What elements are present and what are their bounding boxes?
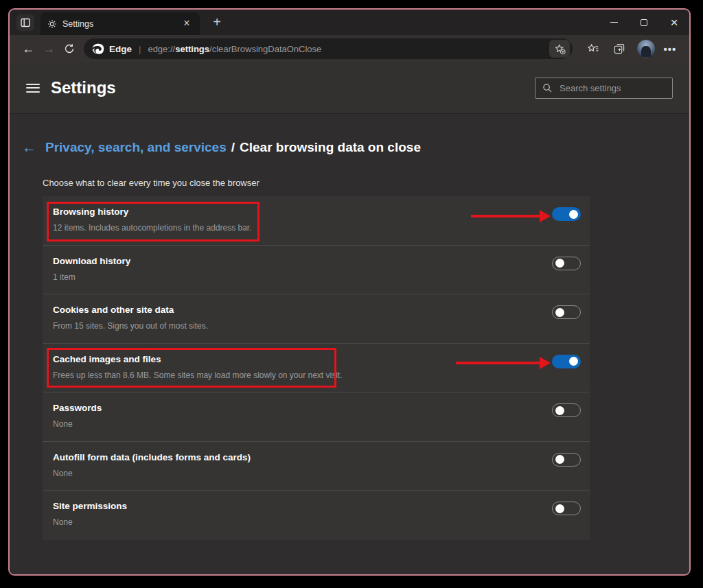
row-description: None bbox=[53, 517, 590, 527]
row-description: None bbox=[53, 419, 590, 429]
browsing-history-toggle[interactable] bbox=[552, 207, 581, 221]
row-cookies: Cookies and other site data From 15 site… bbox=[43, 294, 590, 344]
collections-icon bbox=[613, 43, 625, 55]
toggle-knob bbox=[555, 308, 564, 317]
settings-search-input[interactable] bbox=[560, 83, 662, 93]
favorites-star-icon bbox=[587, 43, 599, 55]
favorites-button[interactable] bbox=[582, 38, 604, 59]
tab-actions-icon bbox=[21, 18, 30, 27]
gear-icon bbox=[47, 19, 57, 29]
row-description: From 15 sites. Signs you out of most sit… bbox=[53, 321, 590, 331]
autofill-toggle[interactable] bbox=[552, 453, 581, 467]
toggle-knob bbox=[569, 210, 578, 219]
row-description: Frees up less than 8.6 MB. Some sites ma… bbox=[53, 371, 590, 380]
row-browsing-history: Browsing history 12 items. Includes auto… bbox=[43, 196, 590, 246]
page-subtitle: Choose what to clear every time you clos… bbox=[43, 178, 260, 188]
tab-title: Settings bbox=[62, 19, 181, 29]
settings-search-box[interactable] bbox=[535, 78, 673, 99]
toggle-knob bbox=[555, 259, 564, 268]
passwords-toggle[interactable] bbox=[552, 403, 581, 417]
url-text: edge://settings/clearBrowsingDataOnClose bbox=[148, 44, 549, 54]
forward-button[interactable]: → bbox=[38, 38, 59, 59]
browser-window: Settings × + × ← → Edge bbox=[8, 8, 691, 576]
refresh-icon bbox=[64, 43, 75, 54]
cookies-toggle[interactable] bbox=[552, 305, 581, 319]
clear-data-list: Browsing history 12 items. Includes auto… bbox=[43, 196, 590, 540]
row-title: Autofill form data (includes forms and c… bbox=[53, 452, 590, 462]
browser-toolbar: ← → Edge | edge://settings/clearBrowsing… bbox=[10, 35, 689, 62]
toggle-knob bbox=[569, 357, 578, 366]
browser-menu-button[interactable]: ••• bbox=[659, 38, 681, 59]
search-icon bbox=[542, 83, 553, 93]
settings-title: Settings bbox=[51, 78, 116, 97]
row-title: Browsing history bbox=[53, 207, 590, 217]
site-permissions-toggle[interactable] bbox=[552, 502, 581, 515]
toggle-knob bbox=[555, 406, 564, 415]
maximize-button[interactable] bbox=[629, 10, 659, 35]
row-site-permissions: Site permissions None bbox=[43, 491, 590, 540]
breadcrumb-link-privacy[interactable]: Privacy, search, and services bbox=[45, 140, 227, 155]
row-cached-images: Cached images and files Frees up less th… bbox=[43, 344, 590, 393]
tab-actions-menu-button[interactable] bbox=[16, 14, 34, 31]
download-history-toggle[interactable] bbox=[552, 257, 581, 270]
row-description: None bbox=[53, 469, 590, 478]
site-chip[interactable]: Edge bbox=[92, 43, 132, 55]
edge-logo-icon bbox=[92, 43, 104, 55]
window-caption-buttons: × bbox=[599, 10, 689, 35]
profile-avatar[interactable] bbox=[637, 40, 655, 58]
minimize-button[interactable] bbox=[599, 10, 629, 35]
close-button[interactable]: × bbox=[659, 10, 689, 35]
add-favorite-button[interactable] bbox=[549, 40, 570, 58]
url-divider: | bbox=[139, 44, 141, 54]
row-autofill: Autofill form data (includes forms and c… bbox=[43, 442, 590, 491]
toggle-knob bbox=[555, 504, 564, 513]
url-prefix: edge:// bbox=[148, 44, 175, 54]
menu-hamburger-button[interactable] bbox=[26, 84, 40, 93]
new-tab-button[interactable]: + bbox=[208, 14, 226, 32]
row-title: Cached images and files bbox=[53, 354, 590, 364]
cached-images-toggle[interactable] bbox=[552, 355, 581, 368]
close-icon: × bbox=[670, 16, 678, 29]
row-title: Passwords bbox=[53, 403, 590, 413]
url-path: /clearBrowsingDataOnClose bbox=[209, 44, 321, 54]
toggle-knob bbox=[555, 455, 564, 464]
collections-button[interactable] bbox=[608, 38, 630, 59]
minimize-icon bbox=[610, 22, 618, 23]
address-bar[interactable]: Edge | edge://settings/clearBrowsingData… bbox=[84, 38, 573, 59]
url-host: settings bbox=[175, 44, 209, 54]
settings-content: ← Privacy, search, and services / Clear … bbox=[10, 114, 689, 574]
row-title: Download history bbox=[53, 256, 590, 266]
page-title: Clear browsing data on close bbox=[240, 140, 421, 155]
breadcrumb-back-icon[interactable]: ← bbox=[22, 139, 36, 156]
breadcrumb-separator: / bbox=[231, 140, 235, 155]
row-description: 12 items. Includes autocompletions in th… bbox=[53, 223, 590, 233]
refresh-button[interactable] bbox=[59, 38, 80, 59]
breadcrumb: ← Privacy, search, and services / Clear … bbox=[22, 139, 421, 155]
settings-header: Settings bbox=[10, 62, 689, 114]
row-download-history: Download history 1 item bbox=[43, 246, 590, 295]
row-passwords: Passwords None bbox=[43, 392, 590, 442]
row-title: Site permissions bbox=[53, 501, 590, 511]
site-label: Edge bbox=[109, 44, 132, 54]
tab-close-icon[interactable]: × bbox=[181, 18, 193, 30]
row-description: 1 item bbox=[53, 272, 590, 282]
row-title: Cookies and other site data bbox=[53, 305, 590, 315]
back-button[interactable]: ← bbox=[18, 38, 38, 59]
maximize-icon bbox=[641, 19, 647, 26]
tab-strip: Settings × + × bbox=[10, 10, 689, 35]
star-plus-icon bbox=[554, 43, 566, 55]
tab-settings[interactable]: Settings × bbox=[41, 12, 200, 35]
